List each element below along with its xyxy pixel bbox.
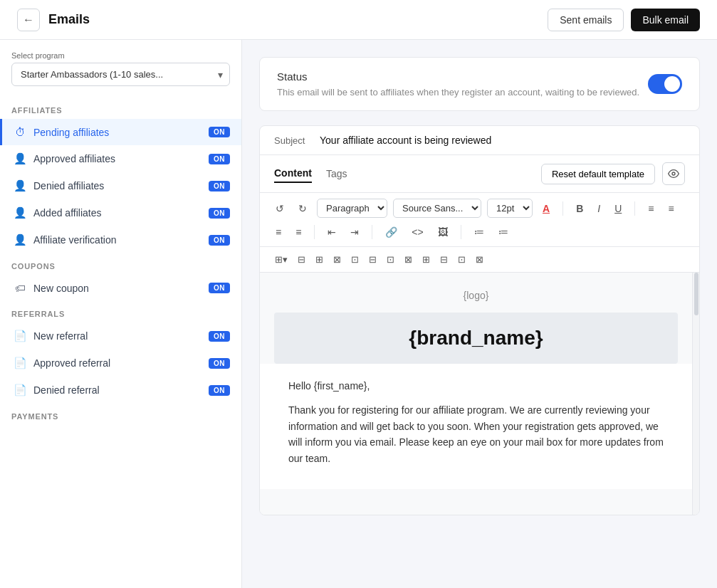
divider-5 xyxy=(461,225,461,239)
code-button[interactable]: <> xyxy=(407,224,427,241)
font-color-button[interactable]: A xyxy=(538,200,554,217)
program-select[interactable]: Starter Ambassadors (1-10 sales... xyxy=(11,63,230,86)
sidebar-item-new-referral[interactable]: 📄New referralon xyxy=(0,322,241,350)
status-info: Status This email will be sent to affili… xyxy=(277,70,639,98)
toolbar-actions: Reset default template xyxy=(541,162,685,185)
align-left-button[interactable]: ≡ xyxy=(644,200,658,217)
reset-template-button[interactable]: Reset default template xyxy=(541,164,655,184)
table-opt-9[interactable]: ⊟ xyxy=(436,251,451,268)
new-coupon-label: New coupon xyxy=(33,283,89,294)
underline-button[interactable]: U xyxy=(610,200,626,217)
divider-2 xyxy=(634,201,635,216)
sidebar-item-left-denied-referral: 📄Denied referral xyxy=(14,384,100,397)
font-size-select[interactable]: 12pt xyxy=(487,199,533,218)
align-center-button[interactable]: ≡ xyxy=(664,200,678,217)
font-select[interactable]: Source Sans... xyxy=(393,199,481,218)
table-opt-8[interactable]: ⊞ xyxy=(419,251,434,268)
bulk-email-button[interactable]: Bulk email xyxy=(631,9,700,31)
table-opt-1[interactable]: ⊟ xyxy=(294,251,309,268)
tab-content[interactable]: Content xyxy=(274,164,312,183)
tab-tags[interactable]: Tags xyxy=(326,164,347,183)
table-opt-11[interactable]: ⊠ xyxy=(472,251,487,268)
link-button[interactable]: 🔗 xyxy=(381,224,402,241)
email-preview: {logo} {brand_name} Hello {first_name}, … xyxy=(260,273,692,515)
divider-1 xyxy=(562,201,563,216)
back-button[interactable]: ← xyxy=(17,9,40,31)
approved-affiliates-badge: on xyxy=(209,154,230,164)
sidebar-item-pending-affiliates[interactable]: ⏱Pending affiliateson xyxy=(0,119,241,145)
select-program-label: Select program xyxy=(11,51,230,60)
bold-button[interactable]: B xyxy=(572,200,587,217)
new-coupon-badge: on xyxy=(209,283,230,293)
denied-affiliates-badge: on xyxy=(209,181,230,191)
new-coupon-icon: 🏷 xyxy=(14,282,26,294)
approved-referral-badge: on xyxy=(209,358,230,369)
table-opt-10[interactable]: ⊡ xyxy=(454,251,469,268)
preview-button[interactable] xyxy=(662,162,685,185)
table-opt-6[interactable]: ⊡ xyxy=(383,251,398,268)
app-header: ← Emails Sent emails Bulk email xyxy=(0,0,717,40)
sidebar-item-approved-referral[interactable]: 📄Approved referralon xyxy=(0,350,241,377)
toggle-slider xyxy=(648,74,682,94)
italic-button[interactable]: I xyxy=(593,200,605,217)
email-editor-card: Subject Content Tags Reset default templ… xyxy=(259,125,700,515)
header-left: ← Emails xyxy=(17,9,90,31)
table-opt-3[interactable]: ⊠ xyxy=(330,251,345,268)
outdent-button[interactable]: ⇤ xyxy=(323,224,340,241)
sidebar-item-left-approved-affiliates: 👤Approved affiliates xyxy=(14,152,115,165)
paragraph-select[interactable]: Paragraph xyxy=(317,199,387,218)
pending-affiliates-badge: on xyxy=(209,127,230,137)
table-opt-2[interactable]: ⊞ xyxy=(312,251,327,268)
affiliate-verification-icon: 👤 xyxy=(14,233,26,246)
format-bar: ↺ ↻ Paragraph Source Sans... 12pt A B I … xyxy=(260,193,699,247)
sidebar-item-new-coupon[interactable]: 🏷New couponon xyxy=(0,275,241,301)
affiliate-verification-badge: on xyxy=(209,235,230,246)
sidebar-item-left-added-affiliates: 👤Added affiliates xyxy=(14,206,101,219)
align-justify-button[interactable]: ≡ xyxy=(291,224,305,241)
subject-input[interactable] xyxy=(320,135,685,146)
denied-affiliates-label: Denied affiliates xyxy=(33,180,104,191)
table-opt-7[interactable]: ⊠ xyxy=(401,251,416,268)
added-affiliates-icon: 👤 xyxy=(14,206,26,219)
denied-referral-badge: on xyxy=(209,385,230,396)
editor-toolbar-top: Content Tags Reset default template xyxy=(260,155,699,193)
status-label: Status xyxy=(277,70,639,83)
status-description: This email will be sent to affiliates wh… xyxy=(277,87,639,98)
table-opt-5[interactable]: ⊟ xyxy=(365,251,380,268)
status-toggle[interactable] xyxy=(648,74,682,94)
image-button[interactable]: 🖼 xyxy=(434,224,452,241)
sent-emails-button[interactable]: Sent emails xyxy=(548,9,624,31)
divider-4 xyxy=(372,225,372,239)
affiliate-verification-label: Affiliate verification xyxy=(33,234,116,246)
added-affiliates-label: Added affiliates xyxy=(33,207,101,219)
sidebar-item-left-denied-affiliates: 👤Denied affiliates xyxy=(14,179,104,192)
sidebar-item-approved-affiliates[interactable]: 👤Approved affiliateson xyxy=(0,145,241,172)
redo-button[interactable]: ↻ xyxy=(294,200,311,217)
sidebar-item-left-new-coupon: 🏷New coupon xyxy=(14,282,89,294)
table-insert-button[interactable]: ⊞▾ xyxy=(271,251,291,268)
sidebar-item-added-affiliates[interactable]: 👤Added affiliateson xyxy=(0,199,241,226)
sidebar-item-denied-affiliates[interactable]: 👤Denied affiliateson xyxy=(0,172,241,199)
denied-referral-icon: 📄 xyxy=(14,384,26,397)
sidebar-item-denied-referral[interactable]: 📄Denied referralon xyxy=(0,377,241,404)
approved-affiliates-label: Approved affiliates xyxy=(33,153,115,164)
pending-affiliates-label: Pending affiliates xyxy=(33,127,109,138)
editor-scrollbar[interactable] xyxy=(692,273,699,515)
indent-button[interactable]: ⇥ xyxy=(346,224,363,241)
section-label-referrals: REFERRALS xyxy=(0,301,241,322)
ordered-list-button[interactable]: ≔ xyxy=(494,224,513,241)
program-select-wrap: Select program Starter Ambassadors (1-10… xyxy=(0,51,241,98)
new-referral-badge: on xyxy=(209,331,230,342)
approved-referral-icon: 📄 xyxy=(14,357,26,369)
preview-body-text: Thank you for registering for our affili… xyxy=(288,402,664,466)
sidebar: Select program Starter Ambassadors (1-10… xyxy=(0,40,242,588)
preview-brand-name: {brand_name} xyxy=(288,327,664,350)
table-opt-4[interactable]: ⊡ xyxy=(347,251,362,268)
svg-point-0 xyxy=(672,172,675,175)
denied-affiliates-icon: 👤 xyxy=(14,179,26,192)
section-label-coupons: COUPONS xyxy=(0,253,241,275)
align-right-button[interactable]: ≡ xyxy=(271,224,286,241)
sidebar-item-affiliate-verification[interactable]: 👤Affiliate verificationon xyxy=(0,226,241,253)
undo-button[interactable]: ↺ xyxy=(271,200,288,217)
bullet-list-button[interactable]: ≔ xyxy=(470,224,488,241)
